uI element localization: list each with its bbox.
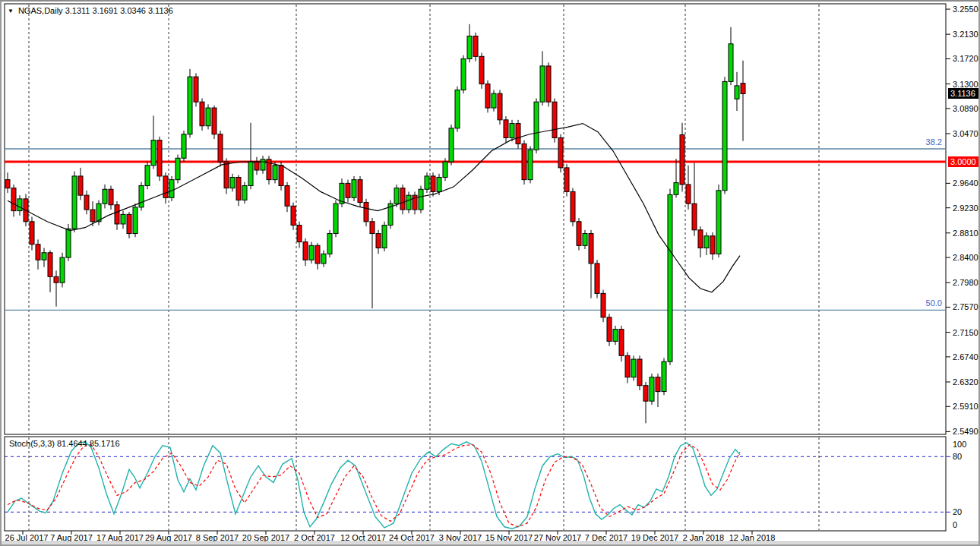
candle-bearish xyxy=(571,191,575,221)
candle-bearish xyxy=(279,166,283,186)
candle-bullish xyxy=(394,188,399,204)
candle-bullish xyxy=(467,36,472,59)
candle-bullish xyxy=(650,377,654,402)
candle-bearish xyxy=(564,168,569,192)
candle-bearish xyxy=(516,124,520,144)
price-tick-label: 2.9640 xyxy=(953,178,978,188)
candle-bearish xyxy=(303,242,308,260)
candle-bullish xyxy=(121,214,125,224)
candle-bearish xyxy=(157,140,162,176)
candle-bullish xyxy=(230,177,235,188)
candle-bearish xyxy=(297,226,302,242)
price-tick-label: 3.1720 xyxy=(953,54,978,63)
candle-bullish xyxy=(242,186,247,200)
candle-bullish xyxy=(169,180,174,198)
candle-bearish xyxy=(619,330,624,356)
symbol-dropdown-icon[interactable]: ▼ xyxy=(8,8,14,14)
candle-bullish xyxy=(631,359,636,377)
candle-bearish xyxy=(315,245,320,264)
candle-bearish xyxy=(212,108,217,134)
candle-bearish xyxy=(546,66,551,102)
candle-bullish xyxy=(461,58,466,90)
candle-bullish xyxy=(419,189,423,210)
candle-bearish xyxy=(200,102,204,126)
candle-bullish xyxy=(42,253,46,260)
candle-bullish xyxy=(248,162,253,186)
candle-bearish xyxy=(558,137,563,167)
candle-bullish xyxy=(437,177,441,191)
fibo-level-label: 38.2 xyxy=(926,137,942,147)
candle-bearish xyxy=(358,180,362,203)
candle-bearish xyxy=(163,176,168,197)
candle-bullish xyxy=(510,124,514,138)
candle-bullish xyxy=(406,195,411,210)
price-tick-label: 2.7570 xyxy=(953,302,978,311)
candle-bullish xyxy=(273,166,277,180)
candle-bullish xyxy=(455,90,460,128)
candle-bullish xyxy=(17,199,22,211)
candle-bearish xyxy=(686,185,691,204)
candle-bearish xyxy=(11,188,16,211)
chart-title: NGAS,Daily 3.1311 3.1691 3.0346 3.1136 xyxy=(18,6,173,15)
candle-bullish xyxy=(96,204,101,222)
candle-bullish xyxy=(716,191,721,254)
candle-bearish xyxy=(479,56,484,84)
candle-bullish xyxy=(72,176,77,229)
price-tick-label: 2.5910 xyxy=(953,402,978,411)
stoch-signal-line xyxy=(8,444,740,526)
candle-bearish xyxy=(692,204,697,230)
candle-bearish xyxy=(376,234,381,248)
price-tick-label: 3.2550 xyxy=(953,5,978,14)
candle-bearish xyxy=(364,203,368,222)
candle-bearish xyxy=(431,176,435,191)
candle-bullish xyxy=(735,86,739,99)
candle-bearish xyxy=(485,84,490,109)
price-tick-label: 2.5490 xyxy=(953,427,978,436)
candle-bearish xyxy=(522,144,526,179)
red-line-price-badge: 3.0000 xyxy=(948,156,980,167)
candle-bearish xyxy=(741,84,745,94)
candle-bearish xyxy=(680,135,684,185)
candle-bullish xyxy=(188,77,192,134)
candle-bullish xyxy=(729,44,733,82)
candle-bullish xyxy=(66,229,71,257)
candle-bearish xyxy=(5,180,10,188)
candle-bearish xyxy=(78,176,83,195)
candle-bearish xyxy=(36,245,40,260)
current-price-badge: 3.1136 xyxy=(948,88,980,99)
window-bottom-strip xyxy=(2,541,978,546)
candle-bullish xyxy=(674,183,678,195)
candle-bullish xyxy=(613,330,618,342)
candle-bearish xyxy=(84,195,89,210)
candle-bullish xyxy=(425,176,429,189)
candle-bearish xyxy=(656,377,660,392)
candle-bearish xyxy=(285,186,289,207)
candle-bullish xyxy=(182,134,186,159)
price-tick-label: 2.8810 xyxy=(953,229,978,238)
chart-canvas[interactable] xyxy=(2,2,980,546)
stoch-indicator-label: Stoch(5,3,3) 81.4644 85.1716 xyxy=(9,439,120,448)
candle-bearish xyxy=(595,264,599,293)
candle-bullish xyxy=(321,254,326,264)
candle-bearish xyxy=(601,293,605,317)
candle-bearish xyxy=(473,36,478,57)
candle-bearish xyxy=(698,230,703,248)
candle-bearish xyxy=(643,386,648,401)
candle-bearish xyxy=(370,222,375,234)
candle-bullish xyxy=(145,166,150,186)
candle-bearish xyxy=(194,77,198,102)
candle-bullish xyxy=(103,189,107,204)
candle-bearish xyxy=(218,134,223,162)
price-tick-label: 2.7980 xyxy=(953,278,978,287)
candle-bullish xyxy=(449,128,454,162)
candle-bullish xyxy=(352,180,356,198)
price-tick-label: 2.6320 xyxy=(953,377,978,387)
price-tick-label: 2.8400 xyxy=(953,253,978,262)
candle-bearish xyxy=(109,189,113,204)
candle-bullish xyxy=(540,66,545,102)
candle-bearish xyxy=(54,276,58,282)
candle-bullish xyxy=(139,186,144,207)
candle-bullish xyxy=(133,207,138,234)
candle-bullish xyxy=(704,236,709,248)
candle-bullish xyxy=(668,194,672,361)
